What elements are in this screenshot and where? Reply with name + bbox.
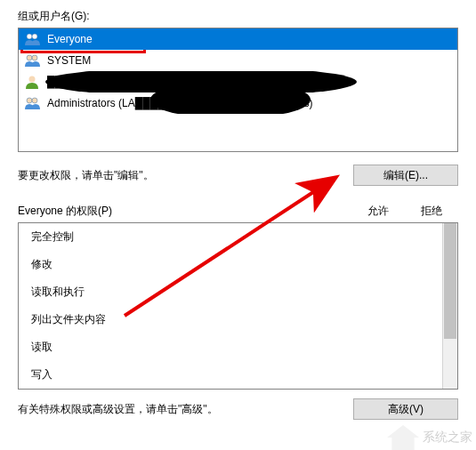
watermark-text: 系统之家 (423, 430, 472, 446)
users-icon (24, 32, 42, 46)
svg-point-0 (27, 34, 32, 39)
permission-item[interactable]: 列出文件夹内容 (19, 306, 457, 333)
edit-hint-label: 要更改权限，请单击"编辑"。 (18, 168, 154, 183)
edit-button[interactable]: 编辑(E)... (353, 165, 458, 186)
advanced-button[interactable]: 高级(V) (353, 398, 458, 420)
permission-label: 修改 (31, 258, 52, 270)
permission-item[interactable]: 读取和执行 (19, 278, 457, 306)
principal-system[interactable]: SYSTEM (19, 50, 457, 71)
group-or-user-label: 组或用户名(G): (18, 9, 458, 24)
group-list[interactable]: Everyone SYSTEM ████ (LAP███████████████… (18, 28, 458, 152)
principal-user-redacted[interactable]: ████ (LAP██████████████████████) (19, 71, 457, 92)
permissions-header: Everyone 的权限(P) 允许 拒绝 (18, 204, 458, 219)
users-icon (24, 53, 42, 68)
permission-item[interactable]: 写入 (19, 361, 457, 389)
svg-point-5 (27, 98, 32, 103)
redaction-mark (45, 71, 357, 92)
allow-column-header: 允许 (351, 204, 405, 219)
svg-point-1 (32, 34, 37, 39)
watermark: 系统之家 (387, 425, 472, 450)
svg-point-2 (27, 55, 32, 60)
deny-column-header: 拒绝 (405, 204, 458, 219)
scrollbar[interactable] (442, 223, 457, 389)
permission-label: 写入 (31, 368, 52, 381)
principal-administrators[interactable]: Administrators (LA██████████████████istr… (19, 92, 457, 114)
permission-label: 完全控制 (31, 230, 74, 243)
permission-label: 列出文件夹内容 (31, 313, 106, 325)
user-icon (24, 75, 42, 89)
permission-label: 读取 (31, 341, 52, 353)
svg-point-3 (32, 55, 37, 60)
principal-label: Everyone (47, 33, 93, 45)
permission-item[interactable]: 完全控制 (19, 223, 457, 251)
principal-label: SYSTEM (47, 54, 91, 67)
watermark-logo-icon (387, 425, 419, 450)
users-icon (24, 96, 42, 110)
permissions-title: Everyone 的权限(P) (18, 204, 351, 219)
svg-point-6 (32, 98, 37, 103)
scrollbar-thumb[interactable] (444, 223, 456, 339)
permissions-list[interactable]: 完全控制 修改 读取和执行 列出文件夹内容 读取 写入 (18, 222, 458, 390)
permission-label: 读取和执行 (31, 285, 85, 298)
redaction-mark (150, 92, 311, 114)
permission-item[interactable]: 读取 (19, 333, 457, 361)
svg-point-4 (29, 76, 36, 83)
principal-everyone[interactable]: Everyone (19, 28, 457, 50)
permission-item[interactable]: 修改 (19, 251, 457, 278)
advanced-hint-label: 有关特殊权限或高级设置，请单击"高级"。 (18, 402, 218, 417)
